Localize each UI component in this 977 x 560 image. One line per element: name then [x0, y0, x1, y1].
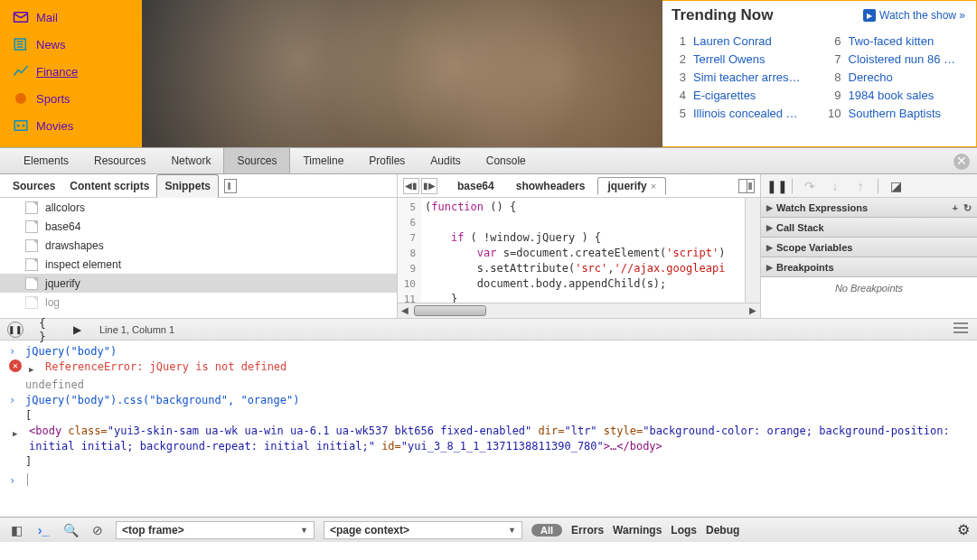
right-pane-toggle-icon[interactable]: [738, 179, 755, 193]
code-editor[interactable]: 56789101112 (function () { if ( !window.…: [398, 198, 760, 303]
cursor-status: Line 1, Column 1: [99, 324, 174, 335]
context-selector[interactable]: <page context>▼: [324, 521, 522, 539]
nav-sports[interactable]: Sports: [0, 85, 142, 112]
webpage-area: Mail News Finance Sports Movies Trending…: [0, 0, 977, 147]
drawer-menu-icon[interactable]: [954, 322, 968, 333]
subtab-snippets[interactable]: Snippets: [156, 174, 219, 198]
trend-item[interactable]: 7Cloistered nun 86 …: [827, 52, 966, 66]
code-content[interactable]: (function () { if ( !window.jQuery ) { v…: [421, 198, 760, 303]
pause-on-exception-icon[interactable]: ❚❚: [7, 322, 23, 338]
tab-elements[interactable]: Elements: [11, 148, 81, 173]
search-icon[interactable]: 🔍: [61, 521, 80, 539]
trend-item[interactable]: 4E-cigarettes: [672, 89, 811, 102]
hero-image[interactable]: [142, 0, 662, 147]
no-breakpoints-text: No Breakpoints: [761, 277, 977, 299]
editor-pane: ◀▮ ▮▶ base64 showheaders jquerify× 56789…: [398, 174, 761, 318]
show-console-icon[interactable]: ›_: [34, 521, 52, 539]
array-bracket: [: [25, 408, 968, 424]
nav-mail-label: Mail: [36, 11, 58, 24]
pretty-print-icon[interactable]: { }: [38, 322, 54, 338]
history-fwd-icon[interactable]: ▮▶: [421, 178, 437, 194]
subtab-content-scripts[interactable]: Content scripts: [62, 175, 156, 197]
filter-all[interactable]: All: [531, 524, 562, 537]
chevron-down-icon: ▼: [508, 526, 516, 535]
dock-side-icon[interactable]: ◧: [7, 521, 25, 539]
expand-icon[interactable]: ▶: [13, 424, 22, 454]
left-pane-toggle-icon[interactable]: [224, 179, 237, 193]
section-breakpoints[interactable]: ▶Breakpoints: [761, 257, 977, 277]
console-toolbar: ❚❚ { } ▶ Line 1, Column 1: [0, 319, 977, 341]
section-scope[interactable]: ▶Scope Variables: [761, 238, 977, 257]
watch-show-link[interactable]: ▶Watch the show »: [863, 9, 965, 22]
run-snippet-icon[interactable]: ▶: [69, 322, 85, 338]
subtab-sources[interactable]: Sources: [5, 175, 62, 197]
tab-network[interactable]: Network: [158, 148, 223, 173]
settings-icon[interactable]: ⚙: [957, 521, 970, 538]
close-devtools-icon[interactable]: ✕: [954, 154, 970, 170]
site-nav: Mail News Finance Sports Movies: [0, 0, 142, 147]
add-watch-icon[interactable]: +: [953, 198, 958, 218]
nav-news-label: News: [36, 38, 66, 51]
snippet-item[interactable]: allcolors: [0, 198, 397, 217]
deactivate-breakpoints-icon[interactable]: ◪: [888, 179, 904, 193]
nav-mail[interactable]: Mail: [0, 4, 142, 31]
prompt-icon: ›: [9, 344, 18, 359]
snippet-item[interactable]: base64: [0, 217, 397, 236]
tab-console[interactable]: Console: [474, 148, 539, 173]
section-watch[interactable]: ▶Watch Expressions+↻: [761, 198, 977, 218]
pause-icon[interactable]: ❚❚: [766, 179, 783, 193]
nav-sports-label: Sports: [36, 92, 70, 106]
snippet-item[interactable]: jquerify: [0, 274, 397, 293]
console-output[interactable]: ›jQuery("body") ✕▶ReferenceError: jQuery…: [0, 341, 977, 517]
section-callstack[interactable]: ▶Call Stack: [761, 218, 977, 238]
tab-audits[interactable]: Audits: [418, 148, 473, 173]
filetab-base64[interactable]: base64: [448, 178, 503, 194]
nav-news[interactable]: News: [0, 31, 142, 58]
filetab-jquerify[interactable]: jquerify×: [597, 177, 666, 195]
filetab-showheaders[interactable]: showheaders: [507, 178, 595, 194]
snippet-item[interactable]: drawshapes: [0, 236, 397, 255]
filter-logs[interactable]: Logs: [671, 524, 697, 537]
trend-item[interactable]: 10Southern Baptists: [827, 107, 966, 120]
trend-item[interactable]: 2Terrell Owens: [672, 52, 811, 66]
trend-item[interactable]: 8Derecho: [827, 70, 966, 84]
clear-console-icon[interactable]: ⊘: [89, 521, 107, 539]
history-back-icon[interactable]: ◀▮: [403, 178, 419, 194]
left-pane: Sources Content scripts Snippets allcolo…: [0, 174, 398, 318]
snippet-item[interactable]: inspect element: [0, 255, 397, 274]
nav-movies[interactable]: Movies: [0, 112, 142, 139]
tab-resources[interactable]: Resources: [81, 148, 158, 173]
nav-finance-label: Finance: [36, 65, 78, 79]
nav-movies-label: Movies: [36, 119, 73, 133]
filter-debug[interactable]: Debug: [706, 524, 739, 537]
step-over-icon[interactable]: ↷: [802, 179, 818, 193]
tab-sources[interactable]: Sources: [223, 148, 290, 173]
trend-item[interactable]: 6Two-faced kitten: [827, 34, 966, 48]
step-out-icon[interactable]: ↑: [852, 179, 869, 193]
refresh-watch-icon[interactable]: ↻: [963, 198, 972, 218]
nav-finance[interactable]: Finance: [0, 58, 142, 85]
svg-point-8: [23, 125, 25, 127]
file-icon: [25, 277, 38, 290]
trend-item[interactable]: 91984 book sales: [827, 89, 966, 102]
trend-item[interactable]: 5Illinois concealed …: [672, 107, 811, 120]
horizontal-scrollbar[interactable]: ◀▶: [398, 303, 760, 318]
tab-profiles[interactable]: Profiles: [356, 148, 418, 173]
svg-point-5: [15, 93, 26, 104]
prompt-icon: ›: [9, 473, 18, 489]
frame-selector[interactable]: <top frame>▼: [116, 521, 315, 539]
step-into-icon[interactable]: ↓: [827, 179, 843, 193]
console-input-echo: jQuery("body"): [25, 344, 968, 359]
vertical-scrollbar[interactable]: [745, 198, 760, 303]
file-icon: [25, 296, 38, 309]
trend-item[interactable]: 1Lauren Conrad: [672, 34, 811, 48]
console-input[interactable]: [27, 473, 28, 486]
tab-timeline[interactable]: Timeline: [290, 148, 356, 173]
trend-item[interactable]: 3Simi teacher arres…: [672, 70, 811, 84]
filter-warnings[interactable]: Warnings: [613, 524, 662, 537]
expand-icon[interactable]: ▶: [29, 359, 38, 378]
dom-element[interactable]: <body class="yui3-skin-sam ua-wk ua-win …: [29, 424, 968, 454]
filter-errors[interactable]: Errors: [571, 524, 604, 537]
snippet-item[interactable]: log: [0, 293, 397, 312]
close-tab-icon[interactable]: ×: [651, 181, 656, 191]
